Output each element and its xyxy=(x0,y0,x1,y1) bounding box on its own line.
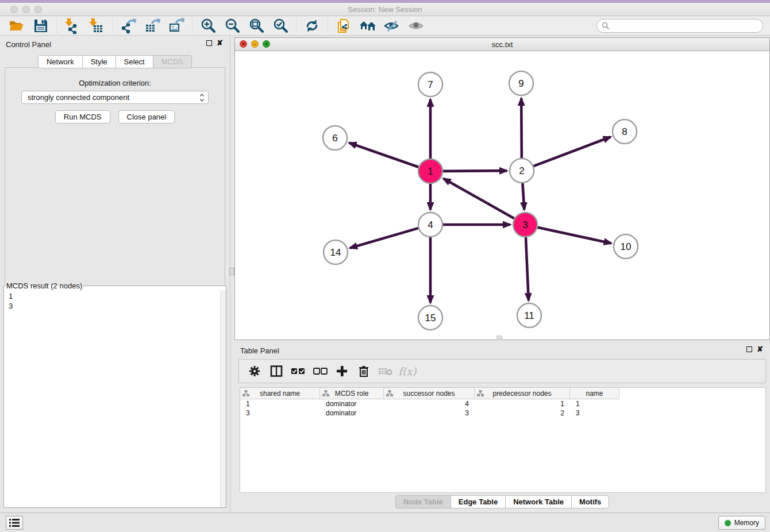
column-header-MCDS-role[interactable]: MCDS role xyxy=(320,388,384,399)
network-window-titlebar[interactable]: ✕ − + scc.txt xyxy=(235,38,769,51)
vertical-splitter-handle[interactable] xyxy=(229,268,234,275)
result-scrollbar[interactable] xyxy=(220,290,226,507)
close-panel-icon[interactable]: ✘ xyxy=(217,40,223,46)
list-icon xyxy=(9,519,20,527)
column-header-name[interactable]: name xyxy=(570,388,619,399)
toolbar-separator xyxy=(192,18,192,33)
column-header-successor-nodes[interactable]: successor nodes xyxy=(384,388,475,399)
column-layout-icon[interactable] xyxy=(268,363,285,380)
graph-edge-3-10[interactable] xyxy=(537,228,611,244)
table-cell[interactable]: 3 xyxy=(570,408,619,418)
tab-node-table[interactable]: Node Table xyxy=(395,495,451,508)
table-cell[interactable]: 4 xyxy=(384,399,475,408)
graph-node-label: 1 xyxy=(428,166,433,177)
graph-node-label: 15 xyxy=(425,313,436,323)
tab-style[interactable]: Style xyxy=(83,55,116,68)
delete-column-icon[interactable] xyxy=(355,363,372,380)
open-file-icon[interactable] xyxy=(7,18,26,34)
close-panel-button[interactable]: Close panel xyxy=(118,110,175,124)
column-header-label: MCDS role xyxy=(335,390,369,398)
mcds-result-node: 3 xyxy=(9,301,220,311)
home-layout-icon[interactable] xyxy=(358,18,378,34)
column-header-label: successor nodes xyxy=(403,390,455,398)
status-bar: Memory xyxy=(0,512,770,532)
save-session-icon[interactable] xyxy=(31,18,51,34)
tab-edge-table[interactable]: Edge Table xyxy=(451,495,506,508)
table-cell[interactable]: dominator xyxy=(320,399,384,408)
table-cell[interactable]: 1 xyxy=(570,399,619,408)
graph-node-label: 10 xyxy=(621,241,632,252)
network-view-window: ✕ − + scc.txt 7968124314101511 xyxy=(234,37,770,340)
clone-network-icon[interactable] xyxy=(334,18,353,34)
table-float-panel-icon[interactable] xyxy=(746,346,752,352)
table-cell[interactable]: 1 xyxy=(240,399,320,408)
search-icon xyxy=(602,22,610,32)
graph-edge-3-11[interactable] xyxy=(526,237,529,300)
memory-status-icon xyxy=(725,520,731,526)
table-body: 1dominator4113dominator323 xyxy=(240,399,765,418)
graph-edge-2-8[interactable] xyxy=(534,137,611,166)
dropdown-value: strongly connected component xyxy=(28,93,129,102)
zoom-selected-icon[interactable] xyxy=(271,18,290,34)
mcds-result-list: 13 xyxy=(4,290,220,507)
tab-mcds[interactable]: MCDS xyxy=(153,55,192,68)
show-details-icon[interactable] xyxy=(406,18,426,34)
zoom-in-icon[interactable] xyxy=(198,18,218,34)
export-table-icon[interactable] xyxy=(143,18,162,34)
table-row[interactable]: 3dominator323 xyxy=(240,408,765,418)
table-close-panel-icon[interactable]: ✘ xyxy=(757,346,763,352)
search-field-wrap xyxy=(596,19,763,33)
table-cell[interactable]: 1 xyxy=(475,399,570,408)
toolbar-separator xyxy=(328,18,328,33)
run-mcds-button[interactable]: Run MCDS xyxy=(55,110,110,124)
canvas-splitter-handle[interactable] xyxy=(496,336,502,339)
float-panel-icon[interactable] xyxy=(206,40,212,46)
tab-network-table[interactable]: Network Table xyxy=(506,495,572,508)
main-toolbar xyxy=(0,17,770,36)
export-image-icon[interactable] xyxy=(167,18,186,34)
table-settings-icon[interactable] xyxy=(246,363,263,380)
optimization-criterion-dropdown[interactable]: strongly connected component xyxy=(21,91,209,104)
table-panel-title: Table Panel xyxy=(240,346,279,355)
table-cell[interactable]: 3 xyxy=(240,408,320,418)
memory-button[interactable]: Memory xyxy=(718,516,765,530)
search-input[interactable] xyxy=(596,19,763,33)
control-panel-title: Control Panel xyxy=(6,40,51,49)
graph-edge-1-2[interactable] xyxy=(443,171,507,171)
toolbar-separator xyxy=(112,18,113,33)
memory-label: Memory xyxy=(734,519,759,527)
select-all-rows-icon[interactable] xyxy=(290,363,307,380)
tab-select[interactable]: Select xyxy=(116,55,153,68)
tab-motifs[interactable]: Motifs xyxy=(572,495,609,508)
task-history-button[interactable] xyxy=(6,516,23,530)
mcds-result-node: 1 xyxy=(9,291,220,301)
graph-edge-1-6[interactable] xyxy=(349,143,419,167)
graph-node-label: 3 xyxy=(522,219,528,230)
control-panel-tabs: NetworkStyleSelectMCDS xyxy=(0,55,230,68)
network-window-title: scc.txt xyxy=(235,40,769,49)
table-toolbar: f(x) xyxy=(238,359,766,383)
column-header-predecessor-nodes[interactable]: predecessor nodes xyxy=(475,388,570,399)
column-header-shared-name[interactable]: shared name xyxy=(240,388,320,399)
column-header-label: predecessor nodes xyxy=(492,390,551,398)
graph-edge-2-9[interactable] xyxy=(521,98,522,158)
refresh-layout-icon[interactable] xyxy=(302,18,322,34)
table-cell[interactable]: dominator xyxy=(320,408,384,418)
table-row[interactable]: 1dominator411 xyxy=(240,399,765,408)
import-network-icon[interactable] xyxy=(63,18,82,34)
graph-edge-4-14[interactable] xyxy=(350,228,418,248)
tab-network[interactable]: Network xyxy=(38,55,83,68)
add-column-icon[interactable] xyxy=(333,363,351,380)
deselect-all-rows-icon[interactable] xyxy=(311,363,329,380)
import-table-icon[interactable] xyxy=(87,18,106,34)
hide-details-icon[interactable] xyxy=(382,18,402,34)
graph-edge-2-3[interactable] xyxy=(522,183,524,210)
graph-edge-3-1[interactable] xyxy=(444,179,514,218)
zoom-out-icon[interactable] xyxy=(222,18,242,34)
graph-node-label: 2 xyxy=(519,165,524,176)
table-cell[interactable]: 2 xyxy=(475,408,570,418)
zoom-fit-icon[interactable] xyxy=(247,18,266,34)
table-cell[interactable]: 3 xyxy=(384,408,475,418)
export-network-icon[interactable] xyxy=(118,18,138,34)
network-canvas[interactable]: 7968124314101511 xyxy=(235,51,769,340)
